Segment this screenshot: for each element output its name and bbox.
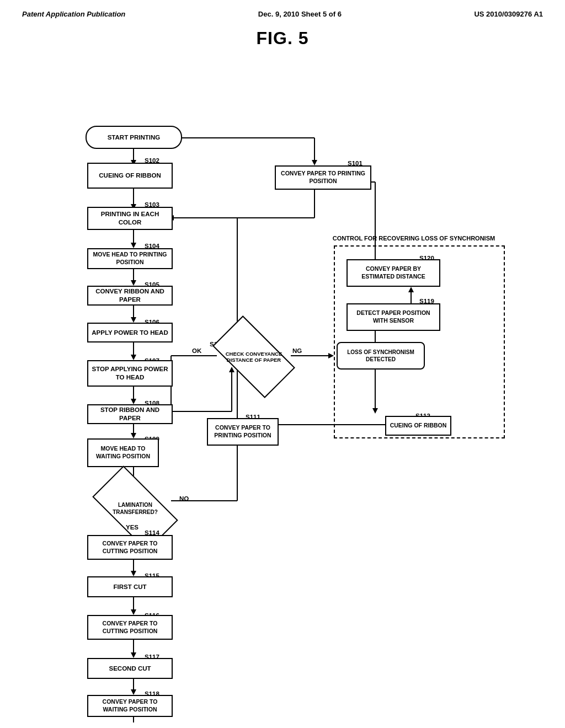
ng-label: NG <box>292 347 302 354</box>
svg-marker-15 <box>131 317 136 323</box>
s102-box: CUEING OF RIBBON <box>87 163 173 189</box>
s120-box: CONVEY PAPER BY ESTIMATED DISTANCE <box>347 259 440 287</box>
s104-box: MOVE HEAD TO PRINTING POSITION <box>87 248 173 269</box>
flowchart: CONTROL FOR RECOVERING LOSS OF SYNCHRONI… <box>0 50 565 722</box>
s106-box: APPLY POWER TO HEAD <box>87 323 173 342</box>
svg-marker-47 <box>328 353 334 358</box>
s112-box: CUEING OF RIBBON <box>385 416 451 436</box>
s101-box: CONVEY PAPER TO PRINTING POSITION <box>275 165 371 190</box>
svg-marker-19 <box>131 399 136 404</box>
svg-marker-37 <box>131 609 136 615</box>
s113-diamond: CHECK CONVEYANCE DISTANCE OF PAPER <box>217 335 291 378</box>
svg-marker-41 <box>131 689 136 695</box>
s111-box: CONVEY PAPER TO PRINTING POSITION <box>207 418 279 446</box>
header-date-sheet: Dec. 9, 2010 Sheet 5 of 6 <box>258 10 342 18</box>
svg-marker-11 <box>131 243 136 248</box>
s108-box: STOP RIBBON AND PAPER <box>87 404 173 424</box>
s103-box: PRINTING IN EACH COLOR <box>87 207 173 230</box>
svg-marker-4 <box>312 160 317 165</box>
s114-box: CONVEY PAPER TO CUTTING POSITION <box>87 535 173 560</box>
yes-label: YES <box>126 524 138 531</box>
s119-box: DETECT PAPER POSITION WITH SENSOR <box>347 303 440 331</box>
header-patent-number: US 2010/0309276 A1 <box>474 10 543 18</box>
start-box: START PRINTING <box>86 126 182 149</box>
s117-box: SECOND CUT <box>87 658 173 679</box>
svg-marker-39 <box>131 652 136 658</box>
s118-box: CONVEY PAPER TO WAITING POSITION <box>87 695 173 717</box>
svg-marker-35 <box>131 571 136 576</box>
s115-box: FIRST CUT <box>87 576 173 597</box>
svg-marker-21 <box>131 433 136 438</box>
loss-sync-box: LOSS OF SYNCHRONISM DETECTED <box>337 342 425 370</box>
s105-box: CONVEY RIBBON AND PAPER <box>87 286 173 306</box>
no-label: NO <box>179 495 189 502</box>
ok-label: OK <box>192 347 201 354</box>
sync-control-label: CONTROL FOR RECOVERING LOSS OF SYNCHRONI… <box>331 234 497 242</box>
s109-box: MOVE HEAD TO WAITING POSITION <box>87 438 159 467</box>
svg-marker-17 <box>131 355 136 360</box>
s107-box: STOP APPLYING POWER TO HEAD <box>87 360 173 387</box>
figure-title: FIG. 5 <box>0 28 565 49</box>
svg-marker-13 <box>131 280 136 286</box>
s116-box: CONVEY PAPER TO CUTTING POSITION <box>87 615 173 640</box>
header-publication: Patent Application Publication <box>22 10 125 18</box>
page-header: Patent Application Publication Dec. 9, 2… <box>0 0 565 18</box>
